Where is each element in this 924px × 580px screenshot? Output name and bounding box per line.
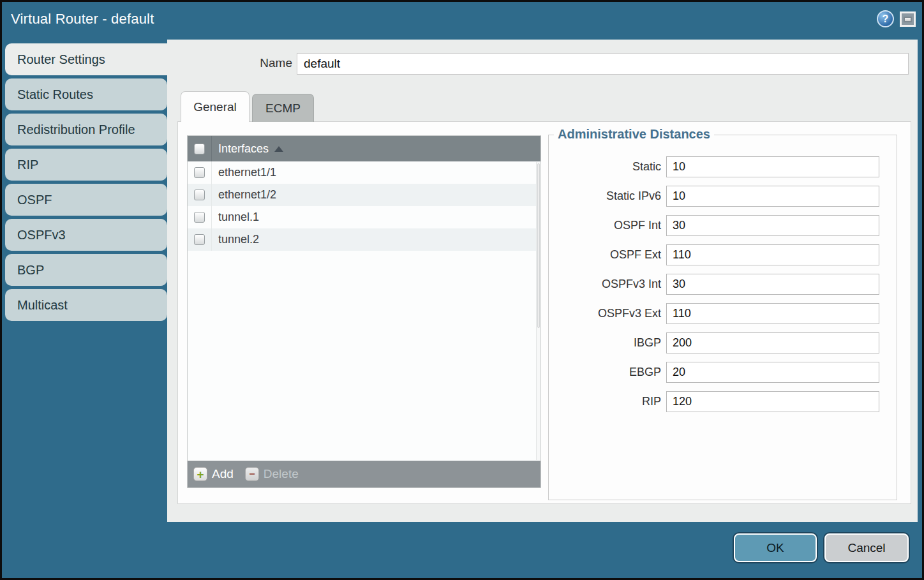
name-input[interactable] [297, 53, 909, 75]
help-glyph: ? [883, 13, 889, 25]
admin-distance-row: IBGP [549, 332, 897, 353]
dialog-title: Virtual Router - default [11, 0, 154, 40]
sidebar-item[interactable]: Redistribution Profile [5, 114, 167, 145]
admin-distance-input[interactable] [666, 186, 879, 207]
admin-distance-input[interactable] [666, 215, 879, 236]
admin-distance-input[interactable] [666, 303, 879, 324]
tab-general-label: General [193, 100, 237, 114]
sidebar-nav: Router Settings Static Routes Redistribu… [5, 43, 172, 324]
row-checkbox-cell [188, 228, 212, 251]
cancel-button[interactable]: Cancel [824, 533, 909, 562]
admin-distance-label: OSPF Ext [549, 248, 666, 262]
sidebar-item[interactable]: Static Routes [5, 78, 167, 110]
main-content-card: Name General ECMP Interfaces [167, 40, 918, 522]
interfaces-table-body: ethernet1/1 ethernet1/2 [188, 161, 540, 461]
interface-name: ethernet1/2 [212, 188, 276, 202]
add-button[interactable]: + Add [193, 467, 234, 481]
admin-distance-label: OSPFv3 Ext [549, 307, 666, 320]
admin-distance-input[interactable] [666, 362, 879, 383]
ok-button[interactable]: OK [734, 533, 817, 562]
delete-button-label: Delete [264, 467, 299, 481]
cancel-button-label: Cancel [847, 541, 885, 555]
admin-distance-label: RIP [549, 395, 666, 408]
add-button-label: Add [212, 467, 234, 481]
table-row[interactable]: tunnel.2 [188, 228, 540, 251]
sidebar-item[interactable]: Router Settings [5, 43, 172, 75]
table-footer-toolbar: + Add − Delete [188, 461, 540, 487]
row-checkbox[interactable] [194, 234, 205, 245]
sidebar-item[interactable]: RIP [5, 149, 167, 181]
tab-ecmp[interactable]: ECMP [252, 94, 314, 122]
row-checkbox-cell [188, 184, 212, 206]
row-checkbox[interactable] [194, 212, 205, 223]
virtual-router-dialog: Virtual Router - default ? Router Settin… [0, 0, 924, 580]
delete-button[interactable]: − Delete [245, 467, 299, 481]
admin-distance-label: Static IPv6 [549, 190, 666, 203]
admin-distance-row: OSPFv3 Int [549, 273, 897, 295]
admin-distance-input[interactable] [666, 274, 879, 295]
row-checkbox[interactable] [194, 167, 205, 178]
sidebar-item[interactable]: BGP [5, 254, 167, 286]
restore-window-inner [904, 17, 912, 22]
sidebar-item-label: Static Routes [17, 87, 93, 102]
sidebar-item-label: OSPFv3 [17, 228, 66, 242]
delete-minus-icon: − [245, 467, 259, 481]
table-scrollbar-thumb[interactable] [537, 163, 540, 328]
row-checkbox-cell [188, 206, 212, 228]
interfaces-table: Interfaces ethernet1/1 [187, 135, 541, 488]
sidebar-item-label: Router Settings [17, 52, 105, 67]
admin-distance-row: OSPFv3 Ext [549, 302, 897, 324]
sidebar-item-label: RIP [17, 158, 38, 172]
help-icon[interactable]: ? [877, 10, 894, 27]
interfaces-column-header[interactable]: Interfaces [212, 142, 269, 156]
table-scrollbar[interactable] [536, 162, 540, 460]
admin-distances-legend: Administrative Distances [554, 127, 714, 142]
interface-name: tunnel.1 [212, 211, 259, 224]
admin-distance-row: Static [549, 156, 897, 177]
sidebar-item-label: Multicast [17, 298, 68, 313]
header-checkbox-cell [188, 136, 212, 161]
admin-distance-input[interactable] [666, 244, 879, 265]
admin-distance-row: EBGP [549, 361, 897, 383]
sidebar-item-label: OSPF [17, 193, 52, 207]
table-row[interactable]: tunnel.1 [188, 206, 540, 228]
sidebar-item-label: Redistribution Profile [17, 123, 135, 137]
admin-distance-label: OSPFv3 Int [549, 278, 666, 291]
admin-distance-row: RIP [549, 390, 897, 412]
admin-distance-row: Static IPv6 [549, 185, 897, 207]
table-row[interactable]: ethernet1/2 [188, 184, 540, 206]
table-row[interactable]: ethernet1/1 [188, 161, 540, 184]
interface-name: ethernet1/1 [212, 166, 276, 179]
admin-distances-rows: Static Static IPv6 OSPF Int [549, 135, 897, 412]
admin-distance-label: EBGP [549, 366, 666, 379]
admin-distances-fieldset: Administrative Distances Static Static I… [548, 135, 897, 500]
tab-ecmp-label: ECMP [265, 101, 301, 115]
title-bar: Virtual Router - default ? [0, 0, 924, 40]
sidebar-item-label: BGP [17, 263, 44, 278]
general-tab-panel: Interfaces ethernet1/1 [177, 121, 911, 504]
admin-distance-row: OSPF Int [549, 214, 897, 236]
admin-distance-label: Static [549, 160, 666, 174]
ok-button-label: OK [766, 541, 784, 555]
sidebar-item[interactable]: Multicast [5, 289, 167, 321]
admin-distance-label: OSPF Int [549, 219, 666, 232]
row-checkbox[interactable] [194, 190, 205, 200]
admin-distance-input[interactable] [666, 156, 879, 177]
row-checkbox-cell [188, 161, 212, 184]
sidebar-item[interactable]: OSPFv3 [5, 219, 167, 251]
tab-general[interactable]: General [181, 91, 250, 122]
admin-distance-row: OSPF Ext [549, 244, 897, 265]
interface-name: tunnel.2 [212, 233, 259, 246]
admin-distance-input[interactable] [666, 332, 879, 353]
interfaces-header-row[interactable]: Interfaces [188, 136, 540, 161]
select-all-checkbox[interactable] [194, 144, 205, 154]
admin-distance-input[interactable] [666, 391, 879, 412]
restore-window-icon[interactable] [900, 11, 916, 27]
sort-ascending-icon [274, 146, 283, 152]
admin-distance-label: IBGP [549, 336, 666, 350]
add-plus-icon: + [193, 467, 207, 481]
name-label: Name [167, 56, 292, 70]
sidebar-item[interactable]: OSPF [5, 184, 167, 216]
